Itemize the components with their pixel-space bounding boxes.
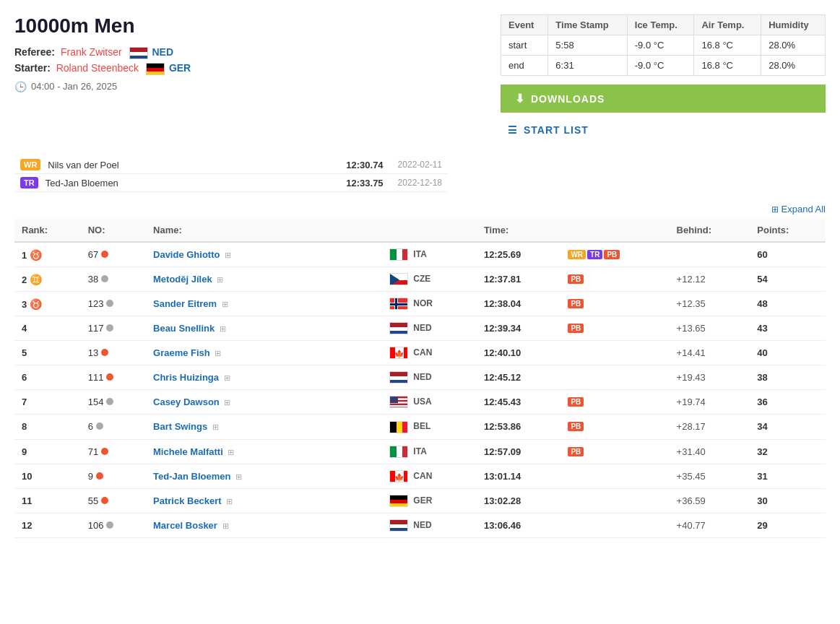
gray-dot [106, 324, 113, 332]
tr-date: 2022-12-18 [398, 178, 442, 188]
expand-athlete-icon[interactable]: ⊞ [212, 422, 219, 431]
referee-label: Referee: [14, 46, 55, 58]
event-info: 10000m Men Referee: Frank Zwitser NED St… [14, 14, 472, 142]
name-cell: Patrick Beckert ⊞ [146, 488, 382, 513]
th-flag [382, 219, 477, 242]
athlete-name[interactable]: Ted-Jan Bloemen [153, 471, 230, 482]
athlete-name[interactable]: Graeme Fish [153, 347, 210, 358]
wr-badge: WR [20, 159, 40, 170]
points-cell: 36 [750, 390, 826, 415]
athlete-name[interactable]: Davide Ghiotto [153, 249, 220, 260]
badges-cell [560, 341, 669, 365]
svg-rect-8 [402, 249, 408, 261]
cond-humidity: 28.0% [761, 56, 826, 76]
gray-dot [96, 422, 103, 430]
wr-athlete-name: Nils van der Poel [48, 160, 339, 170]
expand-athlete-icon[interactable]: ⊞ [220, 324, 226, 333]
time-cell: 12:37.81 [477, 267, 561, 292]
download-icon: ⬇ [515, 92, 525, 105]
expand-athlete-icon[interactable]: ⊞ [215, 349, 221, 358]
athlete-name[interactable]: Michele Malfatti [153, 446, 223, 457]
country-code: CZE [413, 274, 430, 284]
svg-rect-4 [147, 68, 165, 72]
cond-air: 16.8 °C [694, 56, 761, 76]
athlete-name[interactable]: Patrick Beckert [153, 495, 222, 506]
ger-flag-starter [146, 63, 165, 75]
athlete-name[interactable]: Beau Snellink [153, 323, 215, 334]
svg-rect-5 [147, 72, 165, 75]
flag-cell: 🍁 CAN [382, 341, 477, 365]
th-name: Name: [146, 219, 382, 242]
table-row: 1 ♉ 67 Davide Ghiotto ⊞ ITA 12:25.69 WR … [14, 242, 826, 267]
expand-athlete-icon[interactable]: ⊞ [222, 300, 228, 308]
points-cell: 32 [750, 439, 826, 464]
expand-athlete-icon[interactable]: ⊞ [225, 251, 231, 259]
athlete-name[interactable]: Casey Dawson [153, 396, 220, 407]
svg-rect-44 [390, 500, 408, 503]
wr-record-row: WR Nils van der Poel 12:30.74 2022-02-11 [14, 156, 448, 174]
expand-athlete-icon[interactable]: ⊞ [224, 373, 230, 382]
athlete-name[interactable]: Metoděj Jílek [153, 274, 212, 285]
time-cell: 12:38.04 [477, 292, 561, 316]
col-event: Event [501, 15, 548, 35]
th-behind: Behind: [670, 219, 750, 242]
athlete-name[interactable]: Sander Eitrem [153, 298, 217, 309]
col-humidity: Humidity [761, 15, 826, 35]
expand-athlete-icon[interactable]: ⊞ [222, 521, 229, 530]
expand-athlete-icon[interactable]: ⊞ [226, 497, 233, 506]
behind-cell: +31.40 [670, 439, 750, 464]
right-panel: Event Time Stamp Ice Temp. Air Temp. Hum… [501, 14, 826, 142]
athlete-name[interactable]: Bart Swings [153, 421, 207, 432]
cond-humidity: 28.0% [761, 35, 826, 56]
country-code: BEL [413, 421, 430, 431]
col-ice-temp: Ice Temp. [627, 15, 694, 35]
cond-event: end [501, 56, 548, 76]
expand-athlete-icon[interactable]: ⊞ [235, 472, 242, 481]
svg-rect-33 [390, 422, 397, 433]
rank-cell: 12 [14, 513, 81, 537]
expand-athlete-icon[interactable]: ⊞ [224, 398, 230, 407]
time-cell: 12:25.69 [477, 242, 561, 267]
country-code: ITA [413, 446, 426, 456]
downloads-button[interactable]: ⬇ DOWNLOADS [501, 84, 826, 113]
behind-cell: +12.35 [670, 292, 750, 316]
red-dot [101, 349, 108, 356]
col-air-temp: Air Temp. [694, 15, 761, 35]
svg-rect-32 [390, 396, 398, 403]
country-code: GER [413, 495, 432, 506]
athlete-name[interactable]: Marcel Bosker [153, 520, 217, 531]
tr-time: 12:33.75 [346, 178, 383, 188]
country-code: USA [413, 396, 431, 407]
time-cell: 13:06.46 [477, 513, 561, 537]
table-row: 6 111 Chris Huizinga ⊞ NED 12:45.12 +19.… [14, 365, 826, 390]
name-cell: Metoděj Jílek ⊞ [146, 267, 382, 292]
expand-all-label[interactable]: Expand All [781, 204, 826, 214]
rank-cell: 3 ♉ [14, 292, 81, 316]
time-cell: 13:01.14 [477, 464, 561, 488]
country-code: CAN [413, 471, 432, 481]
th-no: NO: [81, 219, 146, 242]
gray-dot [101, 275, 108, 282]
th-time: Time: [477, 219, 561, 242]
gray-dot [106, 300, 113, 307]
th-points: Points: [750, 219, 826, 242]
rank-cell: 2 ♊ [14, 267, 81, 292]
red-dot [101, 448, 108, 455]
table-row: 8 6 Bart Swings ⊞ BEL 12:53.86 PB +28.17… [14, 415, 826, 439]
behind-cell: +36.59 [670, 488, 750, 513]
cond-ice: -9.0 °C [627, 35, 694, 56]
expand-athlete-icon[interactable]: ⊞ [217, 275, 223, 284]
expand-athlete-icon[interactable]: ⊞ [228, 448, 234, 456]
flag-cell: ITA [382, 242, 477, 267]
start-list-button[interactable]: ☰ START LIST [501, 118, 596, 142]
name-cell: Marcel Bosker ⊞ [146, 513, 382, 537]
time-cell: 12:40.10 [477, 341, 561, 365]
referee-name: Frank Zwitser [61, 46, 122, 58]
points-cell: 29 [750, 513, 826, 537]
svg-rect-31 [390, 407, 408, 409]
svg-rect-25 [390, 376, 408, 380]
athlete-name[interactable]: Chris Huizinga [153, 372, 219, 383]
table-row: 11 55 Patrick Beckert ⊞ GER 13:02.28 +36… [14, 488, 826, 513]
expand-all-row[interactable]: ⊞ Expand All [14, 204, 826, 214]
badges-cell: PB [560, 292, 669, 316]
